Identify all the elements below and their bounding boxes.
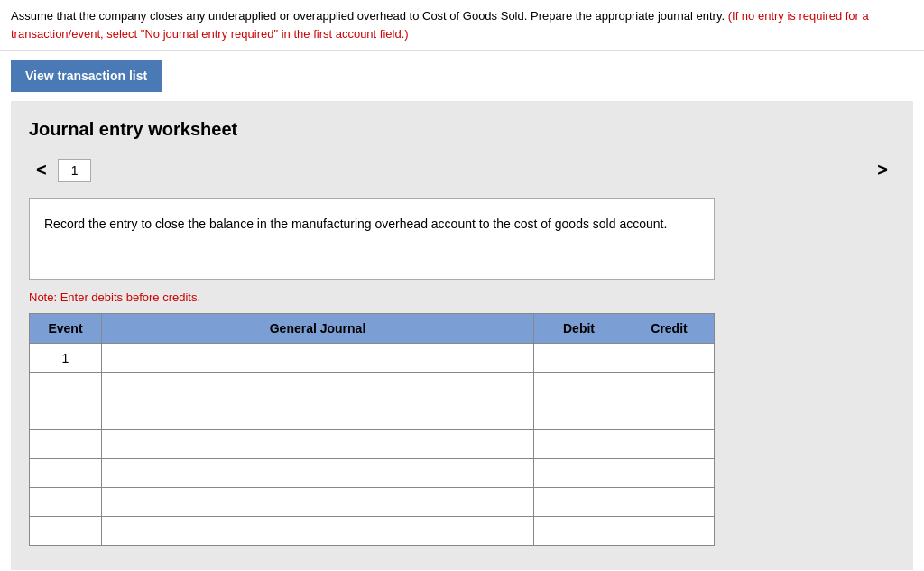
credit-input[interactable]	[624, 373, 714, 401]
journal-input[interactable]	[102, 344, 533, 372]
col-header-event: Event	[30, 314, 102, 344]
page-number-box: 1	[58, 159, 92, 182]
journal-cell[interactable]	[102, 517, 534, 546]
debit-input[interactable]	[534, 459, 624, 487]
description-text: Record the entry to close the balance in…	[44, 216, 667, 231]
worksheet-title: Journal entry worksheet	[29, 119, 895, 140]
debit-cell[interactable]	[534, 344, 624, 373]
table-row: 1	[30, 344, 715, 373]
credit-cell[interactable]	[624, 401, 715, 430]
credit-cell[interactable]	[624, 459, 715, 488]
event-cell	[30, 459, 102, 488]
view-transaction-button[interactable]: View transaction list	[11, 60, 162, 92]
col-header-credit: Credit	[624, 314, 715, 344]
journal-cell[interactable]	[102, 401, 534, 430]
journal-input[interactable]	[102, 517, 533, 545]
journal-input[interactable]	[102, 488, 533, 516]
journal-cell[interactable]	[102, 373, 534, 401]
table-row	[30, 517, 715, 546]
debit-input[interactable]	[534, 517, 624, 545]
debit-cell[interactable]	[534, 488, 624, 517]
col-header-general-journal: General Journal	[102, 314, 534, 344]
journal-cell[interactable]	[102, 488, 534, 517]
table-row	[30, 459, 715, 488]
credit-cell[interactable]	[624, 488, 715, 517]
description-box: Record the entry to close the balance in…	[29, 198, 715, 280]
credit-cell[interactable]	[624, 373, 715, 401]
credit-input[interactable]	[624, 459, 714, 487]
credit-cell[interactable]	[624, 517, 715, 546]
credit-input[interactable]	[624, 344, 714, 372]
col-header-debit: Debit	[534, 314, 624, 344]
debit-input[interactable]	[534, 344, 624, 372]
table-row	[30, 373, 715, 401]
journal-cell[interactable]	[102, 459, 534, 488]
event-cell	[30, 430, 102, 459]
table-row	[30, 401, 715, 430]
credit-input[interactable]	[624, 517, 714, 545]
note-text: Note: Enter debits before credits.	[29, 290, 895, 304]
journal-input[interactable]	[102, 373, 533, 401]
credit-cell[interactable]	[624, 344, 715, 373]
credit-input[interactable]	[624, 488, 714, 516]
credit-cell[interactable]	[624, 430, 715, 459]
debit-cell[interactable]	[534, 517, 624, 546]
journal-cell[interactable]	[102, 430, 534, 459]
credit-input[interactable]	[624, 401, 714, 429]
journal-input[interactable]	[102, 430, 533, 458]
debit-cell[interactable]	[534, 401, 624, 430]
nav-left-arrow[interactable]: <	[29, 156, 54, 184]
debit-cell[interactable]	[534, 373, 624, 401]
event-cell	[30, 401, 102, 430]
journal-table: Event General Journal Debit Credit 1	[29, 313, 715, 546]
debit-cell[interactable]	[534, 430, 624, 459]
debit-input[interactable]	[534, 430, 624, 458]
journal-input[interactable]	[102, 459, 533, 487]
debit-input[interactable]	[534, 373, 624, 401]
event-cell	[30, 488, 102, 517]
event-cell: 1	[30, 344, 102, 373]
event-cell	[30, 373, 102, 401]
nav-row: < 1 >	[29, 156, 895, 184]
event-cell	[30, 517, 102, 546]
instruction-main-text: Assume that the company closes any under…	[11, 9, 725, 23]
table-row	[30, 430, 715, 459]
credit-input[interactable]	[624, 430, 714, 458]
instruction-bar: Assume that the company closes any under…	[0, 0, 924, 51]
table-row	[30, 488, 715, 517]
debit-input[interactable]	[534, 488, 624, 516]
journal-cell[interactable]	[102, 344, 534, 373]
debit-cell[interactable]	[534, 459, 624, 488]
nav-right-arrow[interactable]: >	[870, 156, 895, 184]
debit-input[interactable]	[534, 401, 624, 429]
main-content: Journal entry worksheet < 1 > Record the…	[11, 101, 913, 570]
journal-input[interactable]	[102, 401, 533, 429]
